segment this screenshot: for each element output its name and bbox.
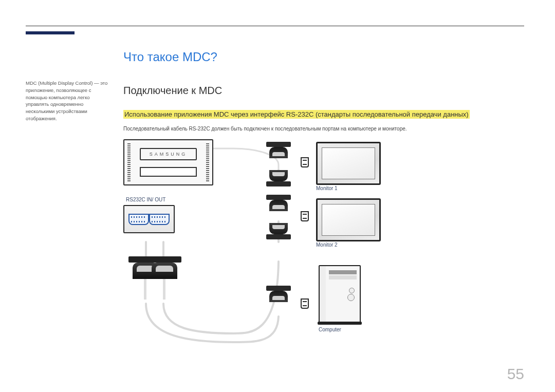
section-title: Подключение к MDC (123, 85, 524, 97)
sidebar-note: MDC (Multiple Display Control) — это при… (26, 50, 108, 360)
device-slot (140, 167, 197, 177)
page-number: 55 (507, 365, 524, 383)
cable-connector-2b (269, 223, 288, 244)
body-text: Последовательный кабель RS-232C должен б… (123, 126, 524, 132)
monitor1-port-icon (301, 157, 309, 167)
computer-tower (319, 265, 361, 323)
monitor-2 (316, 198, 381, 241)
device-logo: SAMSUNG (140, 148, 197, 160)
rs232c-in-port-icon (128, 214, 149, 225)
rs232c-out-port-icon (149, 214, 170, 225)
page-title: Что такое MDC? (123, 50, 524, 64)
device-back-panel: SAMSUNG (123, 139, 213, 185)
top-accent-bar (26, 31, 75, 34)
top-rule (26, 26, 524, 26)
cable-connector-2a (269, 200, 288, 220)
cable-connector-3 (269, 291, 288, 311)
cable-connector-1a (269, 147, 288, 167)
monitor-1-label: Monitor 1 (316, 185, 338, 191)
rs232-plug-right (152, 263, 177, 293)
port-label: RS232C IN/ OUT (126, 197, 165, 202)
computer-label: Computer (319, 327, 341, 332)
monitor-1 (316, 142, 381, 185)
page: MDC (Multiple Display Control) — это при… (0, 0, 555, 392)
main-content: Что такое MDC? Подключение к MDC Использ… (123, 50, 524, 360)
monitor-2-label: Monitor 2 (316, 242, 338, 248)
content-wrap: MDC (Multiple Display Control) — это при… (26, 50, 524, 360)
rs232c-port-block (123, 205, 175, 233)
computer-port-icon (301, 298, 309, 309)
highlight-span: Использование приложения MDC через интер… (123, 110, 470, 119)
highlighted-text: Использование приложения MDC через интер… (123, 109, 524, 120)
connection-diagram: SAMSUNG RS232C IN/ OUT (123, 139, 411, 360)
cable-connector-1b (269, 170, 288, 191)
monitor2-port-icon (301, 211, 309, 221)
